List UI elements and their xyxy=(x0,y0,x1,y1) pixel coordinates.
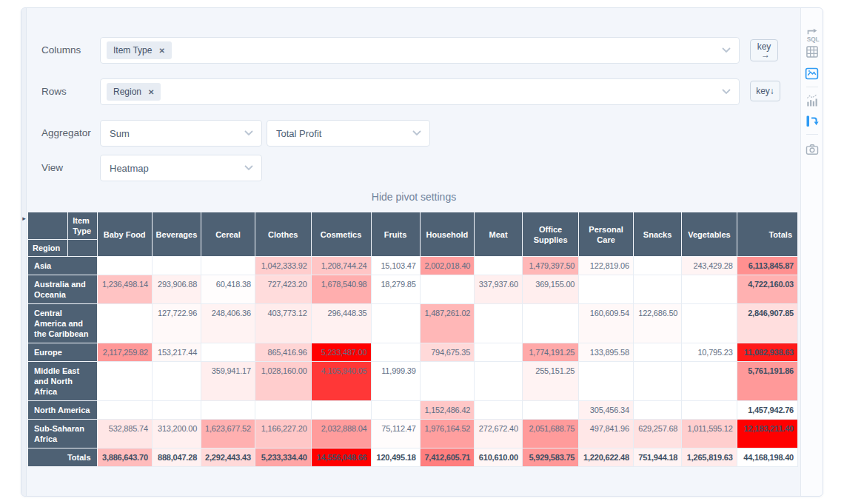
col-header: Baby Food xyxy=(97,212,152,257)
rows-chip[interactable]: Region ✕ xyxy=(107,83,161,101)
col-total-cell: 2,292,443.43 xyxy=(201,448,255,467)
pivot-value-cell xyxy=(682,401,737,420)
pivot-value-cell: 1,152,486.42 xyxy=(420,401,475,420)
pivot-value-cell: 1,208,744.24 xyxy=(311,257,371,275)
col-axis-label: Item Type xyxy=(68,212,97,240)
collapse-panel-arrow[interactable]: ▸ xyxy=(21,213,27,224)
pivot-value-cell: 160,609.54 xyxy=(579,304,634,343)
pivot-value-cell: 255,151.25 xyxy=(522,362,578,401)
pivot-value-cell xyxy=(682,275,737,304)
row-total-cell: 1,457,942.76 xyxy=(737,401,797,420)
col-header: Fruits xyxy=(371,212,420,257)
pivot-value-cell: 1,028,160.00 xyxy=(255,362,311,401)
pivot-value-cell xyxy=(371,343,420,362)
col-total-cell: 14,556,048.66 xyxy=(311,448,371,467)
pivot-value-cell: 497,841.96 xyxy=(579,420,634,448)
col-header: Clothes xyxy=(255,212,311,257)
bar-chart-icon[interactable] xyxy=(804,93,820,109)
pivot-value-cell: 1,774,191.25 xyxy=(522,343,578,362)
aggregator-field-value: Total Profit xyxy=(267,128,321,139)
col-total-cell: 3,886,643.70 xyxy=(97,448,152,467)
view-select[interactable]: Heatmap xyxy=(100,155,262,181)
svg-text:SQL: SQL xyxy=(806,36,819,43)
pivot-value-cell: 1,166,227.20 xyxy=(255,420,311,448)
sql-editor-icon[interactable]: SQL xyxy=(804,27,820,44)
col-total-cell: 7,412,605.71 xyxy=(420,448,475,467)
col-header: Snacks xyxy=(633,212,681,257)
pivot-value-cell: 15,103.47 xyxy=(371,257,420,275)
arrow-down-icon: ↓ xyxy=(770,86,774,96)
pivot-value-cell: 153,217.44 xyxy=(152,343,201,362)
pivot-value-cell: 122,819.06 xyxy=(579,257,634,275)
pivot-value-cell: 313,200.00 xyxy=(152,420,201,448)
row-label: North America xyxy=(28,401,98,420)
hide-pivot-settings-link[interactable]: Hide pivot settings xyxy=(27,191,801,203)
pivot-value-cell xyxy=(371,304,420,343)
pivot-value-cell: 1,976,164.52 xyxy=(420,420,475,448)
pivot-value-cell: 296,448.35 xyxy=(311,304,371,343)
row-total-cell: 4,722,160.03 xyxy=(737,275,797,304)
aggregator-field-select[interactable]: Total Profit xyxy=(267,120,430,147)
pivot-value-cell xyxy=(579,275,634,304)
table-row: North America1,152,486.42305,456.341,457… xyxy=(28,401,798,420)
col-header: Beverages xyxy=(152,212,201,257)
pivot-value-cell: 1,678,540.98 xyxy=(311,275,371,304)
col-header: Cosmetics xyxy=(311,212,371,257)
sort-rows-key-button[interactable]: key ↓ xyxy=(750,81,780,101)
row-total-cell: 12,183,211.40 xyxy=(737,420,797,448)
row-total-cell: 5,761,191.86 xyxy=(737,362,797,401)
remove-chip-icon[interactable]: ✕ xyxy=(148,88,154,96)
pivot-value-cell: 2,117,259.82 xyxy=(97,343,152,362)
pivot-value-cell xyxy=(201,257,255,275)
pivot-value-cell: 727,423.20 xyxy=(255,275,311,304)
pivot-value-cell: 4,105,940.05 xyxy=(311,362,371,401)
pivot-value-cell: 1,623,677.52 xyxy=(201,420,255,448)
pivot-value-cell xyxy=(633,401,681,420)
pivot-value-cell: 248,406.36 xyxy=(201,304,255,343)
pivot-value-cell xyxy=(97,257,152,275)
visualization-panel: ▸ Columns Item Type ✕ key → Rows Region … xyxy=(21,7,823,497)
columns-label: Columns xyxy=(41,44,81,56)
pivot-value-cell xyxy=(522,401,578,420)
pivot-value-cell xyxy=(97,362,152,401)
pivot-table: Item TypeBaby FoodBeveragesCerealClothes… xyxy=(27,212,798,467)
pivot-value-cell xyxy=(475,362,523,401)
pivot-value-cell: 1,011,595.12 xyxy=(682,420,737,448)
table-view-icon[interactable] xyxy=(804,44,820,60)
row-total-cell: 11,082,938.63 xyxy=(737,343,797,362)
pivot-value-cell xyxy=(475,257,523,275)
sort-columns-key-button[interactable]: key → xyxy=(750,39,778,61)
chevron-down-icon xyxy=(244,165,253,171)
camera-icon[interactable] xyxy=(804,141,820,158)
col-header: Vegetables xyxy=(682,212,737,257)
rows-select[interactable]: Region ✕ xyxy=(100,78,740,105)
pivot-table-area: Item TypeBaby FoodBeveragesCerealClothes… xyxy=(27,212,798,467)
columns-select[interactable]: Item Type ✕ xyxy=(100,37,740,64)
pivot-value-cell: 865,416.96 xyxy=(255,343,311,362)
pivot-view-icon[interactable] xyxy=(804,112,820,129)
pivot-value-cell: 794,675.35 xyxy=(420,343,475,362)
key-label: key xyxy=(756,86,770,96)
pivot-value-cell xyxy=(633,343,681,362)
panel-splitter[interactable] xyxy=(21,8,27,496)
row-totals-header: Totals xyxy=(737,212,797,257)
columns-chip[interactable]: Item Type ✕ xyxy=(107,41,172,59)
col-total-cell: 5,233,334.40 xyxy=(255,448,311,467)
pivot-value-cell: 403,773.12 xyxy=(255,304,311,343)
col-header: Household xyxy=(420,212,475,257)
toolbar-divider xyxy=(806,87,818,87)
remove-chip-icon[interactable]: ✕ xyxy=(158,47,164,55)
row-total-cell: 2,846,907.85 xyxy=(737,304,797,343)
totals-row-label: Totals xyxy=(28,448,98,467)
table-row: Sub-Saharan Africa532,885.74313,200.001,… xyxy=(28,420,798,448)
pivot-value-cell xyxy=(475,343,523,362)
aggregator-select[interactable]: Sum xyxy=(100,120,262,147)
pivot-value-cell: 5,233,487.00 xyxy=(311,343,371,362)
col-total-cell: 610,610.00 xyxy=(475,448,523,467)
pivot-value-cell xyxy=(633,275,681,304)
chart-view-icon[interactable] xyxy=(804,65,820,81)
totals-row: Totals3,886,643.70888,047.282,292,443.43… xyxy=(28,448,798,467)
pivot-value-cell: 359,941.17 xyxy=(201,362,255,401)
pivot-value-cell: 18,279.85 xyxy=(371,275,420,304)
grand-total-cell: 44,168,198.40 xyxy=(737,448,797,467)
